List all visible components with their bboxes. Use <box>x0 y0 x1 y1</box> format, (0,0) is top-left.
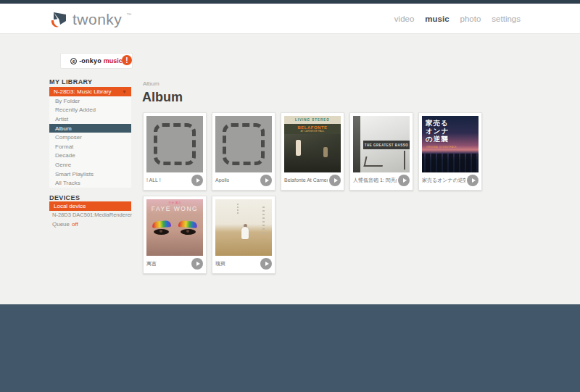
album-card-apollo[interactable]: Apollo <box>212 112 276 191</box>
play-icon[interactable] <box>260 175 272 186</box>
device-media-renderer[interactable]: N-28D3 DAC501:MediaRenderer <box>52 212 132 218</box>
sidebar-item-smart-playlists[interactable]: Smart Playlists <box>49 170 131 179</box>
cover-text: FAYE WONG <box>146 205 203 212</box>
album-title: 家売るオンナの逆襲 オ <box>422 177 465 184</box>
album-cover-art: 王菲·寓言 FAYE WONG <box>146 199 203 256</box>
my-library-heading: MY LIBRARY <box>49 78 93 86</box>
queue-label: Queue <box>52 221 70 228</box>
footer: Copyright © 2017 Lynx Technology. All ri… <box>0 304 580 392</box>
sidebar-item-by-folder[interactable]: By Folder <box>49 96 131 106</box>
nav-music[interactable]: music <box>425 14 449 23</box>
warning-icon[interactable]: ! <box>122 55 132 65</box>
nav-settings[interactable]: settings <box>492 14 521 23</box>
twonky-app: twonky ™ video music photo settings e-on… <box>0 0 580 392</box>
album-cover-placeholder <box>215 116 272 172</box>
onkyo-music-label: music <box>104 57 123 64</box>
twonky-logo-icon <box>49 10 68 29</box>
cover-text: THE GREATEST BASSO <box>363 141 410 149</box>
sidebar-item-artist[interactable]: Artist <box>49 114 131 124</box>
play-icon[interactable] <box>260 258 272 270</box>
library-menu: By Folder Recently Added Artist Album Co… <box>49 96 131 188</box>
nav-photo[interactable]: photo <box>460 14 481 23</box>
album-cover-art <box>215 199 272 256</box>
play-icon[interactable] <box>467 175 478 186</box>
breadcrumb[interactable]: Album <box>143 80 160 87</box>
album-cover-art: LIVING STEREO BELAFONTE AT CARNEGIE HALL <box>284 116 341 172</box>
brand-tm: ™ <box>126 12 131 17</box>
play-icon[interactable] <box>329 175 341 186</box>
onkyo-e-logo: e <box>70 58 77 64</box>
album-grid: ! ALL ! Apollo LIVING STEREO BELAFONTE A… <box>143 112 491 274</box>
album-title: 瑰寶 <box>215 260 225 267</box>
main-nav: video music photo settings <box>394 4 521 34</box>
album-cover-art: THE GREATEST BASSO <box>353 116 410 172</box>
sidebar-item-recently-added[interactable]: Recently Added <box>49 106 131 115</box>
album-title: Apollo <box>215 178 229 183</box>
album-card-belafonte[interactable]: LIVING STEREO BELAFONTE AT CARNEGIE HALL… <box>281 112 344 191</box>
cover-text: LIVING STEREO <box>284 116 341 124</box>
album-title: ! ALL ! <box>146 178 161 183</box>
nav-video[interactable]: video <box>394 14 415 23</box>
sidebar-item-format[interactable]: Format <box>49 142 131 151</box>
album-card-guibao[interactable]: 瑰寶 <box>212 196 276 274</box>
cover-text: 王菲·寓言 <box>146 201 203 204</box>
twonky-logo[interactable]: twonky ™ <box>49 10 131 29</box>
album-title: Belafonte At Carnegie H <box>284 178 328 183</box>
play-icon[interactable] <box>191 175 203 186</box>
sidebar-item-composer[interactable]: Composer <box>49 133 131 142</box>
sidebar-item-genre[interactable]: Genre <box>49 160 131 170</box>
selected-library-label: N-28D3: Music Library <box>54 88 112 95</box>
onkyo-name: -onkyo <box>79 57 102 64</box>
album-card-iesuru-onna[interactable]: 家売る オンナ の逆襲 ORIGINAL SOUNDTRACK 家売るオンナの逆… <box>418 112 482 191</box>
sidebar-item-album[interactable]: Album <box>49 124 131 133</box>
album-card-basso[interactable]: THE GREATEST BASSO 人聲低音砲 1: 閃亮的日 <box>349 112 413 191</box>
album-title: 人聲低音砲 1: 閃亮的日 <box>353 177 397 184</box>
queue-row: Queueoff <box>52 221 78 228</box>
device-local[interactable]: Local device <box>49 201 131 211</box>
album-card-yuyan[interactable]: 王菲·寓言 FAYE WONG 寓言 <box>143 196 207 274</box>
album-cover-placeholder <box>146 116 203 172</box>
play-icon[interactable] <box>398 175 410 186</box>
cover-text: BELAFONTE <box>284 124 341 130</box>
play-icon[interactable] <box>191 258 203 270</box>
cover-text: 家売る オンナ の逆襲 <box>426 120 449 143</box>
sidebar-item-decade[interactable]: Decade <box>49 151 131 161</box>
brand-name: twonky <box>72 11 122 28</box>
page-title: Album <box>142 90 183 105</box>
chevron-down-icon: ▼ <box>122 89 127 94</box>
queue-toggle[interactable]: off <box>72 221 78 228</box>
header: twonky ™ video music photo settings <box>0 4 580 34</box>
album-card-all[interactable]: ! ALL ! <box>143 112 207 191</box>
cover-text: ORIGINAL SOUNDTRACK <box>426 146 457 149</box>
album-cover-art: 家売る オンナ の逆襲 ORIGINAL SOUNDTRACK <box>422 116 478 172</box>
library-selector-dropdown[interactable]: N-28D3: Music Library ▼ <box>49 87 131 96</box>
sidebar-item-all-tracks[interactable]: All Tracks <box>49 178 131 188</box>
devices-heading: DEVICES <box>49 194 80 201</box>
album-title: 寓言 <box>146 260 157 267</box>
